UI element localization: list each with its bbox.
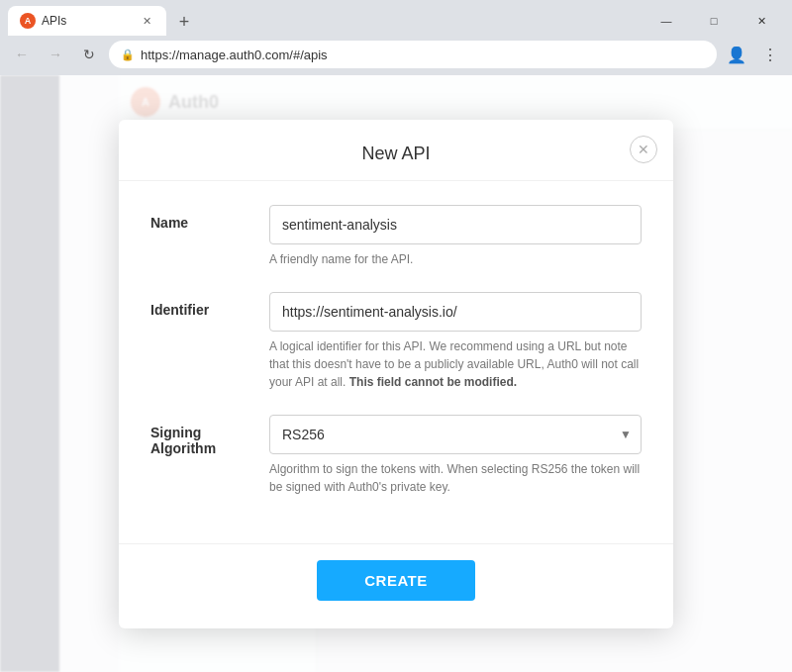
address-text: https://manage.auth0.com/#/apis	[141, 48, 705, 62]
address-bar[interactable]: 🔒 https://manage.auth0.com/#/apis	[109, 41, 717, 68]
signing-select-wrapper: RS256 HS256 ▼	[269, 415, 642, 454]
identifier-hint: A logical identifier for this API. We re…	[269, 337, 642, 391]
modal-title: New API	[361, 144, 430, 163]
signing-field-container: RS256 HS256 ▼ Algorithm to sign the toke…	[269, 415, 642, 496]
name-label: Name	[150, 205, 269, 231]
create-button[interactable]: CREATE	[317, 560, 475, 601]
signing-form-group: Signing Algorithm RS256 HS256 ▼ Algorith…	[150, 415, 642, 496]
identifier-label: Identifier	[150, 292, 269, 318]
name-hint: A friendly name for the API.	[269, 250, 642, 268]
modal-close-button[interactable]: ✕	[630, 136, 657, 163]
forward-button[interactable]: →	[42, 41, 69, 68]
name-form-group: Name A friendly name for the API.	[150, 205, 642, 268]
tab-favicon: A	[20, 13, 36, 29]
window-actions: — □ ✕	[644, 6, 784, 36]
identifier-form-group: Identifier A logical identifier for this…	[150, 292, 642, 391]
minimize-button[interactable]: —	[644, 6, 689, 36]
signing-algorithm-select[interactable]: RS256 HS256	[269, 415, 642, 454]
browser-chrome: A APIs ✕ + — □ ✕ ← → ↻ 🔒 https://manage.…	[0, 0, 792, 75]
active-tab[interactable]: A APIs ✕	[8, 6, 166, 36]
page-content: A Auth0 Dashboard Applications APIs SSO …	[0, 75, 792, 672]
name-input[interactable]	[269, 205, 642, 244]
profile-button[interactable]: 👤	[723, 41, 750, 68]
name-field-container: A friendly name for the API.	[269, 205, 642, 268]
back-button[interactable]: ←	[8, 41, 36, 68]
new-tab-button[interactable]: +	[170, 8, 198, 36]
lock-icon: 🔒	[121, 48, 135, 61]
refresh-button[interactable]: ↻	[75, 41, 103, 68]
signing-label: Signing Algorithm	[150, 415, 269, 456]
tab-title: APIs	[42, 14, 133, 28]
window-close-button[interactable]: ✕	[739, 6, 784, 36]
modal-body: Name A friendly name for the API. Identi…	[119, 181, 673, 543]
signing-hint: Algorithm to sign the tokens with. When …	[269, 460, 642, 496]
new-api-modal: New API ✕ Name A friendly name for the A…	[119, 120, 673, 628]
browser-addressbar: ← → ↻ 🔒 https://manage.auth0.com/#/apis …	[0, 36, 792, 75]
modal-footer: CREATE	[119, 543, 673, 628]
maximize-button[interactable]: □	[691, 6, 737, 36]
browser-tabs: A APIs ✕ +	[8, 6, 644, 36]
identifier-field-container: A logical identifier for this API. We re…	[269, 292, 642, 391]
browser-titlebar: A APIs ✕ + — □ ✕	[0, 0, 792, 36]
modal-header: New API ✕	[119, 120, 673, 181]
tab-close-button[interactable]: ✕	[139, 13, 154, 29]
identifier-input[interactable]	[269, 292, 642, 332]
modal-overlay: New API ✕ Name A friendly name for the A…	[0, 75, 792, 672]
menu-button[interactable]: ⋮	[756, 41, 784, 68]
